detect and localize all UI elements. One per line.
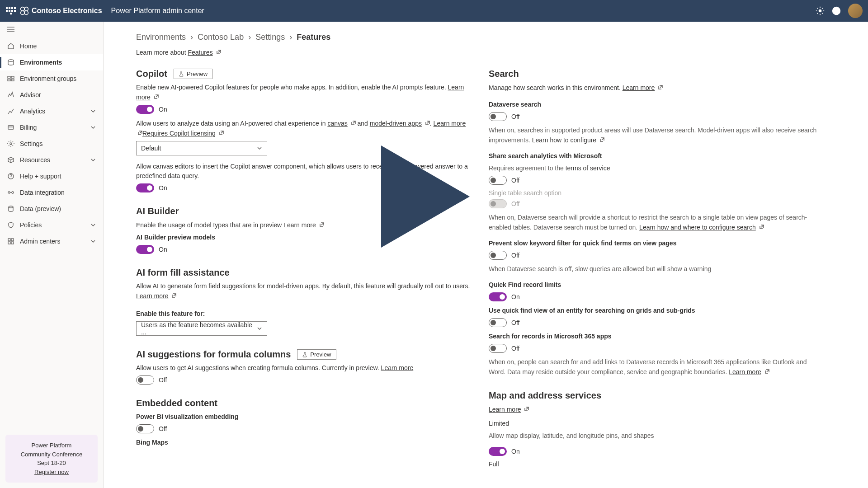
- chevron-down-icon: [90, 125, 96, 130]
- copilot-answer-desc: Allow canvas editors to insert the Copil…: [136, 162, 471, 181]
- features-learn-link[interactable]: Features: [188, 49, 212, 56]
- single-desc: When on, Dataverse search will provide a…: [489, 213, 823, 232]
- learn-more-link[interactable]: Learn more: [489, 406, 521, 413]
- svg-rect-12: [8, 79, 10, 81]
- chevron-down-icon: [257, 145, 262, 151]
- section-title-aibuilder: AI Builder: [136, 206, 179, 216]
- sidebar-item-policies[interactable]: Policies: [0, 217, 103, 233]
- formula-toggle[interactable]: [136, 375, 154, 385]
- pbi-toggle[interactable]: [136, 424, 154, 433]
- bingmaps-label: Bing Maps: [136, 438, 471, 447]
- section-title-formula: AI suggestions for formula columns: [136, 349, 291, 360]
- formfill-select[interactable]: Users as the feature becomes available .…: [136, 321, 267, 336]
- map-limited-label: Limited: [489, 419, 823, 428]
- external-link-icon: [154, 92, 159, 97]
- external-link-icon: [219, 128, 224, 133]
- toggle-label: Off: [511, 113, 519, 120]
- qf-toggle[interactable]: [489, 292, 507, 301]
- tos-link[interactable]: terms of service: [566, 164, 610, 172]
- svg-point-21: [9, 206, 13, 208]
- breadcrumb-link[interactable]: Contoso Lab: [198, 33, 244, 42]
- section-title-map: Map and address services: [489, 390, 601, 401]
- chevron-down-icon: [257, 326, 262, 331]
- sidebar-item-data-preview[interactable]: Data (preview): [0, 201, 103, 217]
- requires-licensing-link[interactable]: Requires Copilot licensing: [142, 130, 216, 137]
- svg-point-2: [21, 11, 24, 14]
- svg-point-4: [819, 10, 821, 12]
- learn-more-link[interactable]: Learn more: [623, 84, 655, 91]
- aibuilder-toggle[interactable]: [136, 245, 154, 254]
- copilot-select[interactable]: Default: [136, 141, 267, 155]
- qfv-toggle[interactable]: [489, 318, 507, 327]
- copilot-answer-toggle[interactable]: [136, 183, 154, 192]
- copilot-toggle[interactable]: [136, 105, 154, 114]
- map-learn: Learn more: [489, 404, 823, 414]
- external-link-icon: [138, 128, 142, 133]
- svg-rect-11: [11, 76, 14, 78]
- gear-icon[interactable]: [816, 6, 825, 15]
- beaker-icon: [179, 71, 184, 77]
- hamburger-icon[interactable]: [0, 22, 103, 38]
- aibuilder-label: AI Builder preview models: [136, 233, 471, 242]
- environment-groups-icon: [7, 75, 14, 82]
- sidebar-item-advisor[interactable]: Advisor: [0, 87, 103, 103]
- toggle-label: Off: [159, 376, 167, 384]
- sidebar-item-resources[interactable]: Resources: [0, 152, 103, 168]
- sidebar-item-data-integration[interactable]: Data integration: [0, 184, 103, 201]
- external-link-icon: [600, 135, 604, 140]
- sidebar-item-analytics[interactable]: Analytics: [0, 103, 103, 119]
- breadcrumb-link[interactable]: Settings: [255, 33, 285, 42]
- section-title-formfill: AI form fill assistance: [136, 267, 230, 278]
- learn-more-link[interactable]: Learn more: [729, 368, 761, 375]
- single-learn-link[interactable]: Learn how and where to configure search: [639, 224, 756, 231]
- map-full-label: Full: [489, 460, 823, 468]
- data-integration-icon: [7, 189, 14, 196]
- formfill-label: Enable this feature for:: [136, 309, 471, 319]
- learn-more-link[interactable]: Learn more: [283, 221, 316, 229]
- dv-toggle[interactable]: [489, 112, 507, 121]
- toggle-label: On: [159, 184, 167, 192]
- dv-label: Dataverse search: [489, 100, 823, 109]
- avatar[interactable]: [848, 4, 863, 18]
- mda-link[interactable]: model-driven apps: [370, 120, 422, 127]
- promo-register-link[interactable]: Register now: [34, 469, 69, 475]
- chevron-down-icon: [90, 108, 96, 114]
- resources-icon: [7, 156, 14, 164]
- copilot-desc: Enable new AI-powered Copilot features f…: [136, 83, 471, 102]
- preview-badge: Preview: [174, 69, 212, 79]
- learn-more-link[interactable]: Learn more: [136, 292, 169, 300]
- app-launcher-icon[interactable]: [5, 5, 16, 16]
- slow-toggle[interactable]: [489, 251, 507, 260]
- promo-line: Community Conference: [10, 450, 93, 459]
- m365-toggle[interactable]: [489, 344, 507, 353]
- single-label: Single table search option: [489, 189, 823, 197]
- help-icon[interactable]: [832, 6, 841, 15]
- learn-more-link[interactable]: Learn more: [434, 120, 466, 127]
- breadcrumb-link[interactable]: Environments: [136, 33, 186, 42]
- sidebar-item-billing[interactable]: Billing: [0, 119, 103, 136]
- promo-line: Power Platform: [10, 441, 93, 450]
- external-link-icon: [658, 83, 663, 87]
- sidebar: Home Environments Environment groups Adv…: [0, 22, 104, 488]
- svg-point-9: [8, 60, 14, 61]
- sidebar-item-environment-groups[interactable]: Environment groups: [0, 70, 103, 87]
- sidebar-item-admin-centers[interactable]: Admin centers: [0, 233, 103, 249]
- sidebar-item-home[interactable]: Home: [0, 38, 103, 54]
- sidebar-item-help-support[interactable]: Help + support: [0, 168, 103, 184]
- learn-more-link[interactable]: Learn more: [381, 364, 414, 371]
- toggle-label: On: [159, 106, 167, 113]
- share-toggle[interactable]: [489, 176, 507, 185]
- toggle-label: Off: [511, 319, 519, 326]
- dv-learn-link[interactable]: Learn how to configure: [532, 136, 596, 144]
- svg-rect-14: [8, 126, 14, 129]
- toggle-label: On: [159, 246, 167, 253]
- org-logo-icon: [20, 6, 29, 15]
- toggle-label: On: [511, 448, 520, 455]
- sidebar-item-environments[interactable]: Environments: [0, 54, 103, 70]
- home-icon: [7, 42, 14, 50]
- map-limited-toggle[interactable]: [489, 447, 507, 456]
- app-header: Contoso Electronics Power Platform admin…: [0, 0, 868, 22]
- chevron-down-icon: [90, 239, 96, 244]
- sidebar-item-settings[interactable]: Settings: [0, 136, 103, 152]
- canvas-link[interactable]: canvas: [327, 120, 347, 127]
